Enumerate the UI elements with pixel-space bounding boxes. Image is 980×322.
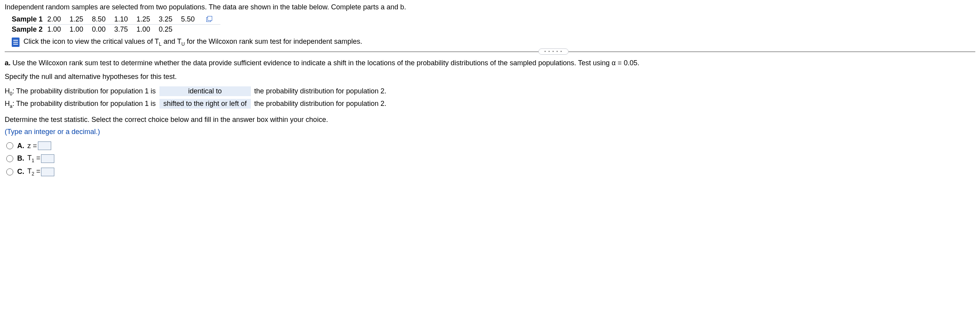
critical-values-text: Click the icon to view the critical valu… [23, 38, 362, 47]
table-row: Sample 1 2.00 1.25 8.50 1.10 1.25 3.25 5… [12, 14, 220, 25]
choice-b-text: T1 = [27, 154, 40, 163]
radio-a[interactable] [6, 142, 13, 149]
alt-hypothesis-row: Ha: The probability distribution for pop… [5, 99, 975, 109]
cell: 1.00 [70, 25, 92, 35]
choice-c-row[interactable]: C. T2 = [6, 167, 975, 177]
row-label-2: Sample 2 [12, 25, 47, 35]
choice-a-row[interactable]: A. z = [6, 141, 975, 150]
question-a-prefix: a. [5, 59, 13, 67]
question-a: a. Use the Wilcoxon rank sum test to det… [5, 59, 975, 67]
copy-icon[interactable] [206, 16, 212, 23]
question-a-text: Use the Wilcoxon rank sum test to determ… [13, 59, 639, 67]
choice-b-row[interactable]: B. T1 = [6, 154, 975, 163]
choice-c-text: T2 = [27, 167, 40, 177]
cell: 1.00 [47, 25, 70, 35]
ha-fill-dropdown[interactable]: shifted to the right or left of [159, 99, 251, 109]
choice-b-label: B. [17, 154, 27, 163]
cell: 5.50 [181, 14, 203, 25]
h0-fill-dropdown[interactable]: identical to [159, 86, 251, 96]
row-label-1: Sample 1 [12, 14, 47, 25]
cell: 0.00 [92, 25, 114, 35]
null-hypothesis-row: H0: The probability distribution for pop… [5, 86, 975, 97]
critical-values-row: Click the icon to view the critical valu… [12, 38, 975, 47]
radio-b[interactable] [6, 155, 13, 162]
cell: 1.00 [136, 25, 159, 35]
cell: 1.25 [70, 14, 92, 25]
intro-text: Independent random samples are selected … [5, 3, 975, 11]
data-table: Sample 1 2.00 1.25 8.50 1.10 1.25 3.25 5… [12, 14, 975, 34]
document-icon[interactable] [12, 38, 20, 47]
choice-c-label: C. [17, 168, 27, 176]
choice-a-label: A. [17, 142, 27, 150]
cell: 0.25 [159, 25, 181, 35]
section-divider: • • • • • [5, 52, 975, 52]
expand-dots[interactable]: • • • • • [538, 48, 569, 55]
copy-cell [203, 14, 220, 25]
answer-input-b[interactable] [41, 154, 54, 163]
cell: 1.10 [114, 14, 136, 25]
answer-input-a[interactable] [38, 141, 51, 150]
cell: 3.75 [114, 25, 136, 35]
type-hint: (Type an integer or a decimal.) [5, 128, 975, 136]
table-row: Sample 2 1.00 1.00 0.00 3.75 1.00 0.25 [12, 25, 220, 35]
radio-c[interactable] [6, 168, 13, 175]
cell: 1.25 [136, 14, 159, 25]
choice-a-text: z = [27, 142, 37, 150]
answer-input-c[interactable] [41, 168, 54, 176]
test-statistic-instruction: Determine the test statistic. Select the… [5, 116, 975, 124]
hypothesis-prompt: Specify the null and alternative hypothe… [5, 73, 975, 81]
cell: 2.00 [47, 14, 70, 25]
cell: 8.50 [92, 14, 114, 25]
cell: 3.25 [159, 14, 181, 25]
